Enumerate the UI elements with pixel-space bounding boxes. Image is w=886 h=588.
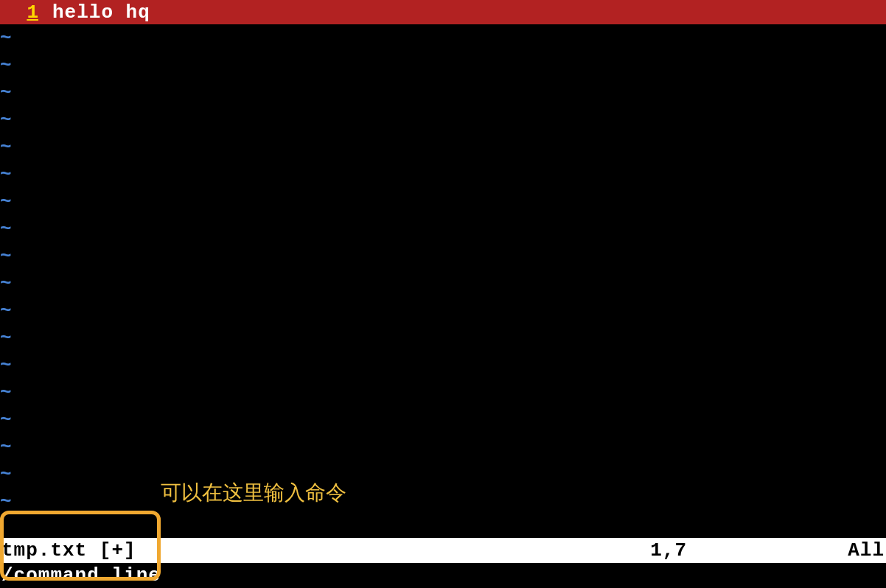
empty-line-tilde: ~ — [0, 351, 886, 379]
empty-line-tilde: ~ — [0, 188, 886, 215]
empty-line-tilde: ~ — [0, 324, 886, 351]
empty-lines-container: ~~~~~~~~~~~~~~~~~~ — [0, 24, 886, 515]
line-content: hello hq — [52, 1, 150, 24]
empty-line-tilde: ~ — [0, 461, 886, 488]
empty-line-tilde: ~ — [0, 297, 886, 324]
annotation-text: 可以在这里输入命令 — [161, 479, 346, 507]
status-scroll-percent: All — [848, 539, 885, 561]
status-bar: tmp.txt [+] 1,7 All — [0, 538, 886, 563]
empty-line-tilde: ~ — [0, 133, 886, 161]
empty-line-tilde: ~ — [0, 52, 886, 79]
empty-line-tilde: ~ — [0, 406, 886, 433]
empty-line-tilde: ~ — [0, 270, 886, 297]
status-filename: tmp.txt [+] — [0, 539, 136, 561]
empty-line-tilde: ~ — [0, 215, 886, 242]
empty-line-tilde: ~ — [0, 433, 886, 461]
status-cursor-position: 1,7 — [650, 539, 687, 561]
line-number: 1 — [0, 1, 40, 24]
empty-line-tilde: ~ — [0, 24, 886, 52]
editor-current-line[interactable]: 1 hello hq — [0, 0, 886, 24]
command-line-text: /command line — [1, 564, 161, 587]
empty-line-tilde: ~ — [0, 379, 886, 406]
empty-line-tilde: ~ — [0, 79, 886, 106]
empty-line-tilde: ~ — [0, 161, 886, 188]
command-line-input[interactable]: /command line — [0, 563, 886, 588]
empty-line-tilde: ~ — [0, 242, 886, 270]
empty-line-tilde: ~ — [0, 106, 886, 133]
empty-line-tilde: ~ — [0, 488, 886, 515]
